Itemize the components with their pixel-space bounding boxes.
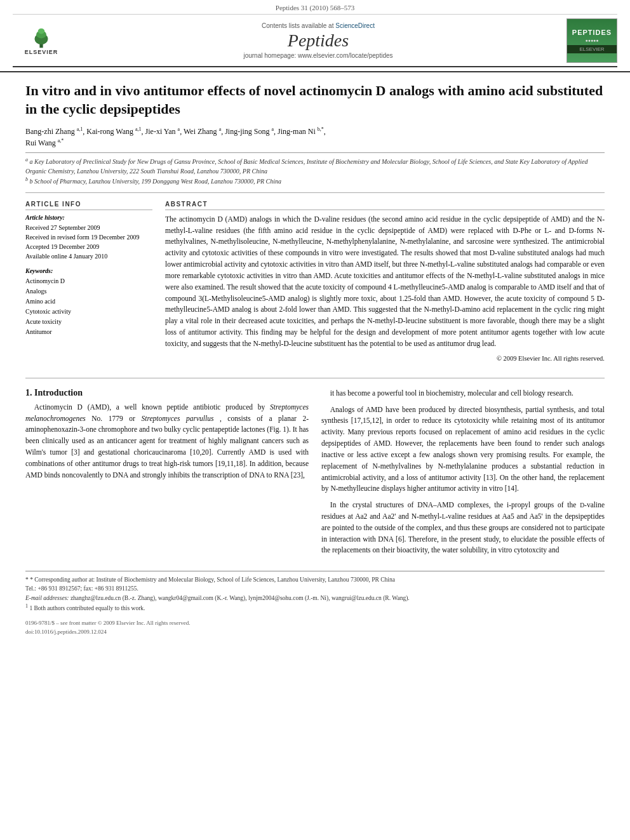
article-info-section: Article Info Article history: Received 2… (25, 201, 152, 337)
sciencedirect-anchor[interactable]: ScienceDirect (335, 22, 375, 29)
divider (25, 192, 605, 193)
keyword-actinomycin: Actinomycin D (25, 276, 152, 286)
journal-citation: Peptides 31 (2010) 568–573 (13, 4, 617, 11)
article-history: Article history: Received 27 September 2… (25, 214, 152, 261)
journal-homepage: journal homepage: www.elsevier.com/locat… (70, 52, 566, 59)
intro-heading: 1. Introduction (25, 388, 309, 398)
peptides-logo-box: PEPTIDES ●●●●● ELSEVIER (566, 18, 617, 63)
affiliations: a a Key Laboratory of Preclinical Study … (25, 152, 605, 186)
journal-name: Peptides (70, 30, 566, 51)
abstract-label: Abstract (165, 201, 605, 210)
elsevier-text: ELSEVIER (25, 49, 58, 55)
footnote-section: * * Corresponding author at: Institute o… (25, 571, 605, 613)
keyword-aminoacid: Amino acid (25, 297, 152, 307)
copyright-line: © 2009 Elsevier Inc. All rights reserved… (165, 354, 605, 364)
svg-point-3 (38, 28, 45, 34)
page-wrapper: Peptides 31 (2010) 568–573 ELSEVIER Cont… (0, 0, 630, 646)
abstract-text: The actinomycin D (AMD) analogs in which… (165, 214, 605, 364)
footnote-corresponding: * * Corresponding author at: Institute o… (25, 575, 605, 613)
keyword-antitumor: Antitumor (25, 327, 152, 337)
left-column: Article Info Article history: Received 2… (25, 201, 152, 371)
introduction-section: 1. Introduction Actinomycin D (AMD), a w… (25, 388, 605, 561)
divider2 (25, 378, 605, 378)
keyword-analogs: Analogs (25, 286, 152, 297)
right-column: Abstract The actinomycin D (AMD) analogs… (165, 201, 605, 371)
keywords-section: Keywords: Actinomycin D Analogs Amino ac… (25, 267, 152, 337)
authors-line: Bang-zhi Zhang a,1, Kai-rong Wang a,1, J… (25, 126, 605, 149)
abstract-section: Abstract The actinomycin D (AMD) analogs… (165, 201, 605, 364)
elsevier-logo: ELSEVIER (13, 23, 70, 58)
journal-header: Peptides 31 (2010) 568–573 ELSEVIER Cont… (0, 0, 630, 72)
intro-left-col: 1. Introduction Actinomycin D (AMD), a w… (25, 388, 309, 561)
article-info-label: Article Info (25, 201, 152, 210)
intro-body-right: it has become a powerful tool in biochem… (321, 388, 605, 556)
article-title: In vitro and in vivo antitumor effects o… (25, 82, 605, 118)
bottom-info: 0196-9781/$ – see front matter © 2009 El… (25, 619, 605, 636)
article-content: In vitro and in vivo antitumor effects o… (0, 72, 630, 646)
intro-right-col: it has become a powerful tool in biochem… (321, 388, 605, 561)
sciencedirect-link[interactable]: Contents lists available at ScienceDirec… (70, 22, 566, 29)
keyword-acute: Acute toxicity (25, 317, 152, 327)
journal-center-info: Contents lists available at ScienceDirec… (70, 22, 566, 59)
intro-body-left: Actinomycin D (AMD), a well known peptid… (25, 402, 309, 481)
elsevier-tree-icon (25, 27, 57, 49)
keyword-cytotoxic: Cytotoxic activity (25, 307, 152, 317)
two-col-layout: Article Info Article history: Received 2… (25, 201, 605, 371)
